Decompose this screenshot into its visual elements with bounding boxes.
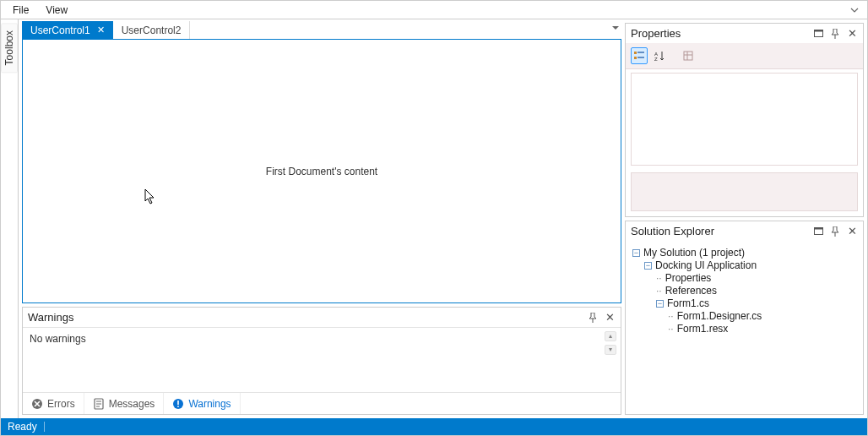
tree-label: My Solution (1 project): [643, 247, 745, 259]
status-bar: Ready: [1, 418, 867, 435]
status-text: Ready: [8, 421, 37, 433]
mouse-cursor-icon: [144, 188, 156, 205]
document-body[interactable]: First Document's content: [22, 40, 621, 303]
tabs-dropdown-icon[interactable]: [611, 24, 620, 32]
svg-rect-13: [814, 228, 822, 230]
tab-label: UserControl1: [30, 25, 90, 36]
document-tabstrip: UserControl1 ✕ UserControl2: [22, 21, 621, 40]
tab-usercontrol1[interactable]: UserControl1 ✕: [22, 21, 113, 39]
panel-header: Solution Explorer ✕: [626, 221, 863, 241]
tree-label: Form1.resx: [677, 323, 729, 335]
svg-rect-4: [178, 406, 180, 407]
svg-rect-8: [634, 57, 637, 59]
panel-title: Properties: [631, 27, 807, 40]
menu-file[interactable]: File: [4, 3, 37, 18]
properties-panel: Properties ✕ AZ: [625, 23, 864, 217]
toolbox-collapsed-tab[interactable]: Toolbox: [1, 19, 19, 418]
close-icon[interactable]: ✕: [846, 226, 858, 237]
svg-rect-7: [634, 52, 637, 54]
panel-title: Warnings: [28, 311, 582, 324]
tree-node-solution[interactable]: − My Solution (1 project): [632, 247, 856, 259]
tree-node-properties[interactable]: Properties: [656, 272, 856, 284]
panel-header: Properties ✕: [626, 24, 863, 43]
scroll-down-button[interactable]: ▾: [605, 345, 616, 355]
svg-rect-6: [814, 30, 822, 32]
tab-errors[interactable]: Errors: [23, 393, 84, 414]
error-icon: [31, 398, 43, 410]
collapse-icon[interactable]: −: [632, 249, 640, 257]
panel-tabs: Errors Messages Warnings: [23, 392, 621, 414]
bottom-panel: Warnings ✕ No warnings ▴ ▾ Errors: [22, 307, 621, 415]
tab-warnings[interactable]: Warnings: [164, 393, 240, 414]
tree-label: References: [665, 285, 717, 297]
pin-icon[interactable]: [829, 226, 841, 237]
tab-label: Errors: [47, 398, 75, 410]
svg-rect-11: [684, 52, 692, 60]
property-pages-button[interactable]: [680, 47, 697, 64]
property-grid[interactable]: [631, 73, 858, 166]
document-content-text: First Document's content: [266, 166, 377, 177]
alphabetical-button[interactable]: AZ: [651, 47, 668, 64]
warning-icon: [172, 398, 184, 410]
tab-label: Messages: [109, 398, 155, 410]
pin-icon[interactable]: [587, 312, 599, 324]
scroll-up-button[interactable]: ▴: [605, 331, 616, 341]
close-icon[interactable]: ✕: [846, 28, 858, 40]
tree-node-form[interactable]: − Form1.cs: [656, 297, 856, 309]
scroll-buttons: ▴ ▾: [605, 331, 616, 355]
svg-text:Z: Z: [654, 57, 658, 62]
panel-body-text: No warnings: [30, 333, 86, 345]
collapse-icon[interactable]: −: [644, 262, 652, 270]
center-column: UserControl1 ✕ UserControl2 First Docume…: [19, 19, 625, 418]
tree-label: Docking UI Application: [655, 259, 757, 271]
workarea: Toolbox UserControl1 ✕ UserControl2 Firs…: [1, 19, 867, 418]
status-separator: [44, 422, 45, 432]
tab-usercontrol2[interactable]: UserControl2: [113, 21, 191, 39]
window-position-icon[interactable]: [812, 226, 824, 237]
tab-label: UserControl2: [122, 25, 182, 36]
tree-label: Form1.Designer.cs: [677, 310, 762, 322]
menu-view[interactable]: View: [37, 3, 76, 18]
panel-title: Solution Explorer: [631, 225, 807, 237]
tree-node-references[interactable]: References: [656, 285, 856, 297]
tree-label: Form1.cs: [667, 297, 709, 309]
window-position-icon[interactable]: [812, 28, 824, 40]
panel-header: Warnings ✕: [23, 308, 621, 327]
close-icon[interactable]: ✕: [604, 312, 616, 324]
tree-node-resx[interactable]: Form1.resx: [668, 323, 856, 335]
close-icon[interactable]: ✕: [97, 25, 105, 35]
tree-label: Properties: [665, 272, 712, 284]
panel-body: No warnings ▴ ▾: [23, 327, 621, 392]
tree-node-designer[interactable]: Form1.Designer.cs: [668, 310, 856, 322]
tab-label: Warnings: [188, 398, 231, 410]
property-description: [631, 172, 858, 211]
toolbox-label: Toolbox: [1, 23, 18, 73]
tree-node-project[interactable]: − Docking UI Application: [644, 259, 856, 271]
menubar: File View: [1, 1, 867, 19]
messages-icon: [93, 398, 105, 410]
solution-explorer-panel: Solution Explorer ✕ − My Solution (1 pro…: [625, 221, 864, 415]
properties-toolbar: AZ: [626, 43, 863, 69]
svg-rect-3: [178, 401, 180, 405]
right-column: Properties ✕ AZ: [625, 19, 867, 418]
solution-tree[interactable]: − My Solution (1 project) − Docking UI A…: [626, 241, 863, 341]
categorized-button[interactable]: [631, 47, 648, 64]
menu-overflow-icon[interactable]: [845, 4, 864, 16]
collapse-icon[interactable]: −: [656, 300, 664, 308]
pin-icon[interactable]: [829, 28, 841, 40]
tab-messages[interactable]: Messages: [84, 393, 165, 414]
